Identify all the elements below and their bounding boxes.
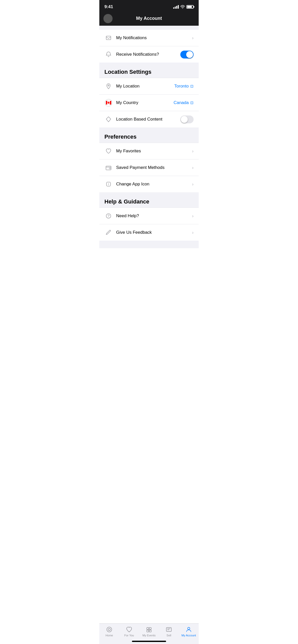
svg-text:?: ? [107, 214, 110, 218]
my-location-right: Toronto ⊡ [174, 84, 194, 89]
receive-notifications-toggle[interactable] [180, 51, 194, 58]
wifi-icon [180, 5, 185, 9]
app-icon-icon: t [104, 180, 113, 188]
location-settings-list: My Location Toronto ⊡ 🇨🇦 My Country Cana… [99, 78, 199, 127]
change-app-icon-right: › [192, 182, 194, 187]
location-settings-header: Location Settings [99, 63, 199, 78]
svg-point-2 [108, 85, 109, 86]
status-bar: 9:41 [99, 0, 199, 13]
pencil-icon [104, 228, 113, 237]
location-based-content-item[interactable]: Location Based Content [99, 111, 199, 127]
wallet-icon [104, 164, 113, 172]
chevron-icon: › [192, 230, 194, 235]
give-feedback-label: Give Us Feedback [116, 230, 192, 235]
my-favorites-right: › [192, 149, 194, 154]
my-location-item[interactable]: My Location Toronto ⊡ [99, 78, 199, 95]
location-icon [104, 82, 113, 90]
my-country-value: Canada [173, 100, 189, 105]
my-country-item[interactable]: 🇨🇦 My Country Canada ⊡ [99, 95, 199, 111]
receive-notifications-item[interactable]: Receive Notifications? [99, 46, 199, 63]
help-guidance-list: ? Need Help? › Give Us Feedback › [99, 208, 199, 241]
my-notifications-item[interactable]: My Notifications › [99, 30, 199, 46]
chevron-icon: › [192, 182, 194, 187]
give-feedback-item[interactable]: Give Us Feedback › [99, 224, 199, 241]
status-time: 9:41 [104, 4, 113, 9]
need-help-item[interactable]: ? Need Help? › [99, 208, 199, 224]
my-notifications-right: › [192, 35, 194, 41]
my-notifications-label: My Notifications [116, 35, 192, 40]
chevron-icon: › [192, 213, 194, 219]
saved-payment-methods-label: Saved Payment Methods [116, 165, 192, 170]
notifications-list: My Notifications › Receive Notifications… [99, 30, 199, 63]
location-based-content-toggle-container [180, 115, 194, 123]
svg-rect-1 [106, 36, 111, 40]
battery-icon [186, 5, 194, 9]
receive-notifications-toggle-container [180, 51, 194, 58]
need-help-right: › [192, 213, 194, 219]
page-title: My Account [136, 16, 162, 21]
chevron-icon: › [192, 35, 194, 41]
svg-marker-3 [106, 117, 111, 122]
help-icon: ? [104, 212, 113, 220]
my-country-label: My Country [116, 100, 173, 105]
saved-payment-methods-right: › [192, 165, 194, 170]
chevron-icon: › [192, 165, 194, 170]
my-favorites-item[interactable]: My Favorites › [99, 143, 199, 159]
flag-icon: 🇨🇦 [104, 99, 113, 107]
help-guidance-title: Help & Guidance [104, 198, 149, 205]
my-country-right: Canada ⊡ [173, 100, 194, 105]
header: My Account [99, 13, 199, 26]
help-guidance-header: Help & Guidance [99, 192, 199, 208]
preferences-header: Preferences [99, 127, 199, 143]
change-app-icon-item[interactable]: t Change App Icon › [99, 176, 199, 192]
signal-bars-icon [173, 5, 179, 9]
change-app-icon-label: Change App Icon [116, 182, 192, 187]
edit-location-icon: ⊡ [190, 84, 194, 89]
my-location-value: Toronto [174, 84, 189, 89]
my-location-label: My Location [116, 84, 174, 89]
location-settings-title: Location Settings [104, 69, 152, 75]
receive-notifications-label: Receive Notifications? [116, 52, 180, 57]
need-help-label: Need Help? [116, 213, 192, 218]
svg-rect-5 [109, 168, 111, 169]
bell-icon [104, 50, 113, 58]
status-icons [173, 5, 194, 9]
location-based-content-toggle[interactable] [180, 115, 194, 123]
location-based-content-label: Location Based Content [116, 117, 180, 122]
envelope-icon [104, 34, 113, 42]
avatar [103, 14, 113, 23]
heart-icon [104, 147, 113, 155]
chevron-icon: › [192, 149, 194, 154]
my-favorites-label: My Favorites [116, 149, 192, 154]
saved-payment-methods-item[interactable]: Saved Payment Methods › [99, 159, 199, 176]
give-feedback-right: › [192, 230, 194, 235]
edit-country-icon: ⊡ [190, 100, 194, 105]
preferences-title: Preferences [104, 134, 137, 140]
navigation-icon [104, 115, 113, 123]
preferences-list: My Favorites › Saved Payment Methods › [99, 143, 199, 192]
svg-point-0 [182, 8, 183, 9]
svg-text:t: t [108, 183, 109, 186]
